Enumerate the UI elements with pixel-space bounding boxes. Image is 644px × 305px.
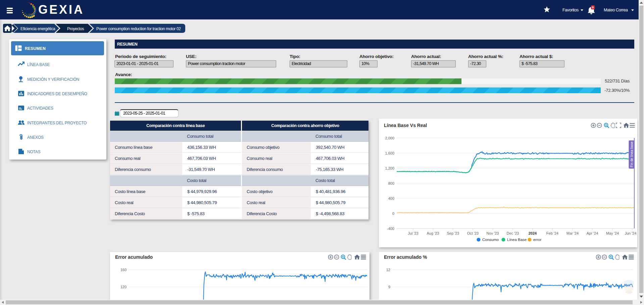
svg-text:May '24: May '24: [606, 231, 619, 235]
svg-text:Jun '24: Jun '24: [625, 231, 636, 235]
svg-text:12: 12: [386, 268, 390, 272]
svg-text:Línea Base: Línea Base: [507, 238, 527, 242]
svg-text:120: 120: [120, 285, 127, 289]
svg-text:1,600: 1,600: [385, 151, 394, 155]
svg-text:Feb '24: Feb '24: [546, 231, 558, 235]
svg-text:2024: 2024: [529, 231, 537, 235]
svg-text:error: error: [533, 238, 541, 242]
svg-text:Consumo: Consumo: [482, 238, 499, 242]
svg-text:Mar '24: Mar '24: [566, 231, 579, 235]
svg-text:9: 9: [388, 285, 390, 289]
svg-text:Eficiencia energética: Eficiencia energética: [20, 26, 55, 31]
svg-text:400: 400: [388, 196, 394, 200]
svg-text:-400: -400: [387, 227, 394, 231]
svg-text:Nov '23: Nov '23: [487, 231, 499, 235]
svg-text:Dec '23: Dec '23: [507, 231, 519, 235]
svg-text:0: 0: [392, 211, 394, 216]
svg-text:Proyectos: Proyectos: [67, 26, 84, 31]
svg-text:Aug '23: Aug '23: [427, 231, 439, 235]
svg-text:Apr '24: Apr '24: [587, 231, 598, 235]
svg-text:Power consumption reduction fo: Power consumption reduction for traction…: [96, 26, 181, 31]
svg-text:Oct '23: Oct '23: [467, 231, 479, 235]
svg-text:2,000: 2,000: [385, 136, 394, 140]
svg-text:Sep '23: Sep '23: [447, 231, 459, 235]
svg-text:160: 160: [120, 268, 127, 272]
svg-text:Jul '23: Jul '23: [408, 231, 418, 235]
svg-text:800: 800: [388, 181, 394, 185]
svg-text:Fin de línea base: Fin de línea base: [630, 141, 634, 167]
svg-text:1,200: 1,200: [385, 166, 394, 170]
